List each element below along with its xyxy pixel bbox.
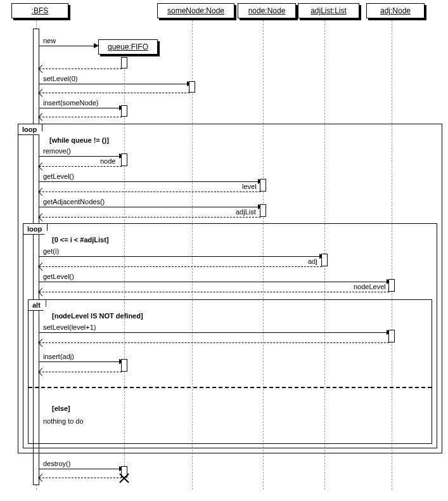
- msg-setlevel0: setLevel(0): [43, 75, 77, 82]
- participant-adj: adj:Node: [366, 3, 425, 18]
- participant-queue: queue:FIFO: [98, 39, 158, 55]
- line-getlevel2: [39, 282, 389, 282]
- participant-adjList: adjList:List: [298, 3, 359, 18]
- line-destroy: [39, 469, 122, 469]
- msg-destroy: destroy(): [43, 460, 70, 467]
- msg-getadj: getAdjacentNodes(): [43, 198, 105, 205]
- msg-remove: remove(): [43, 147, 71, 155]
- participant-someNode: someNode:Node: [157, 3, 234, 18]
- line-insert-adj: [39, 361, 122, 362]
- activation-adj-1: [388, 279, 395, 292]
- arrow-new: [94, 43, 99, 48]
- line-setlevel0: [39, 84, 189, 84]
- line-setlevel-plus: [39, 332, 389, 333]
- guard-alt1: [nodeLevel IS NOT defined]: [52, 312, 143, 320]
- line-getadj: [39, 207, 260, 207]
- activation-adj-2: [388, 330, 395, 342]
- guard-loop1: [while queue != ()]: [49, 136, 109, 144]
- line-remove: [39, 156, 122, 157]
- line-getlevel1: [39, 181, 260, 182]
- return-destroy: [39, 478, 122, 479]
- activation-queue-2: [121, 105, 127, 117]
- participant-node: node:Node: [238, 3, 296, 18]
- line-new: [39, 46, 96, 46]
- msg-nodelevel-return: nodeLevel: [354, 283, 386, 290]
- msg-getlevel1: getLevel(): [43, 172, 74, 180]
- destroy-icon: [118, 471, 131, 484]
- activation-somenode: [189, 81, 195, 93]
- guard-loop2: [0 <= i < #adjList]: [52, 236, 109, 244]
- activation-adjlist: [321, 254, 328, 266]
- return-setlevel-plus: [39, 342, 389, 344]
- return-geti: [39, 266, 322, 268]
- msg-geti: get(i): [43, 247, 59, 255]
- msg-new: new: [43, 37, 56, 44]
- msg-insert-adj: insert(adj): [43, 353, 74, 360]
- frame-label-alt: alt: [29, 300, 46, 311]
- msg-setlevel-plus: setLevel(level+1): [43, 323, 96, 331]
- activation-node-2: [260, 204, 266, 217]
- participant-bfs: :BFS: [11, 3, 68, 18]
- msg-node-return: node: [100, 157, 115, 165]
- activation-node-1: [260, 179, 266, 192]
- return-remove: [39, 166, 122, 167]
- guard-alt-else: [else]: [52, 405, 70, 412]
- activation-queue-4: [121, 359, 127, 372]
- msg-adjlist-return: adjList: [236, 208, 256, 216]
- return-getadj: [39, 217, 260, 218]
- activation-queue-3: [121, 153, 127, 166]
- msg-level-return: level: [242, 183, 257, 190]
- return-getlevel1: [39, 192, 260, 193]
- line-insert-some: [39, 108, 122, 108]
- frame-label-loop1: loop: [18, 124, 42, 135]
- msg-getlevel2: getLevel(): [43, 273, 74, 280]
- msg-insert-some: insert(someNode): [43, 99, 98, 107]
- frame-label-loop2: loop: [23, 224, 48, 235]
- line-geti: [39, 256, 322, 257]
- alt-divider: [29, 387, 432, 388]
- return-setlevel0: [39, 93, 189, 94]
- return-getlevel2: [39, 292, 389, 293]
- return-new: [39, 68, 122, 70]
- return-insert-some: [39, 117, 122, 118]
- msg-adj-return: adj: [308, 257, 317, 265]
- return-insert-adj: [39, 372, 122, 373]
- note-nothing: nothing to do: [43, 417, 84, 425]
- sequence-diagram: :BFS queue:FIFO someNode:Node node:Node …: [0, 0, 448, 501]
- activation-queue-1: [121, 57, 127, 68]
